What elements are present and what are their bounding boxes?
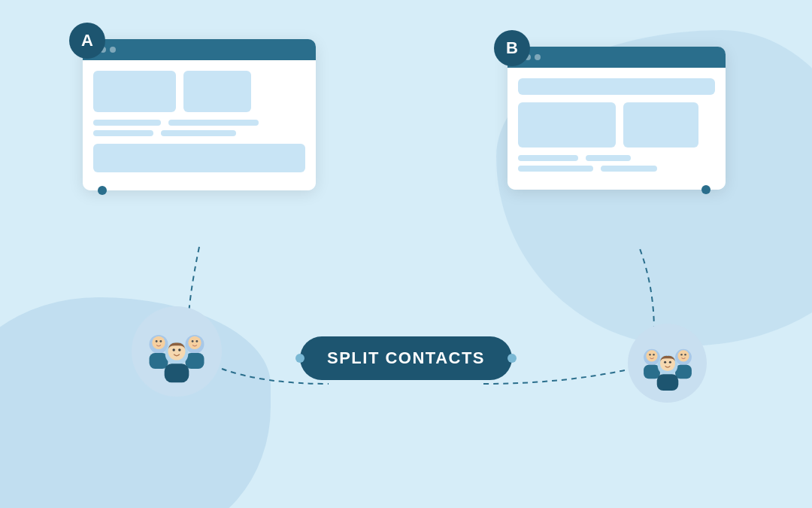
svg-rect-6 (186, 353, 205, 369)
people-illustration-right (636, 332, 699, 395)
titlebar-dot-b-3 (535, 54, 541, 60)
block-b-top (518, 78, 715, 95)
split-contacts-label: SPLIT CONTACTS (327, 348, 485, 368)
line-a-3 (93, 130, 153, 136)
browser-window-a: A (83, 39, 316, 190)
svg-point-9 (195, 340, 198, 342)
titlebar-b (508, 47, 726, 68)
row-1 (93, 71, 305, 112)
browser-body-b (508, 68, 726, 190)
badge-a: A (69, 23, 105, 59)
line-a-1 (93, 120, 161, 126)
block-b-mid-right (623, 102, 698, 148)
svg-point-7 (188, 336, 201, 349)
svg-rect-1 (150, 353, 168, 369)
svg-point-29 (668, 360, 671, 363)
svg-point-18 (649, 353, 651, 355)
line-b-2 (586, 155, 631, 161)
svg-point-8 (192, 340, 194, 342)
people-illustration-left (141, 315, 213, 388)
svg-point-13 (172, 348, 174, 351)
line-b-3 (518, 166, 593, 172)
titlebar-dot-3 (110, 47, 116, 53)
badge-b: B (494, 30, 530, 66)
titlebar-a (83, 39, 316, 60)
connector-dot-a (98, 186, 107, 195)
line-a-2 (168, 120, 259, 126)
svg-point-14 (178, 348, 180, 351)
row-b-2 (518, 102, 715, 148)
split-contacts-pill: SPLIT CONTACTS (300, 336, 512, 380)
block-b-mid-left (518, 102, 616, 148)
row-2 (93, 120, 305, 136)
svg-point-17 (646, 350, 657, 361)
line-b-1 (518, 155, 578, 161)
block-a-top-left (93, 71, 176, 112)
pill-dot-right (508, 354, 517, 363)
browser-body-a (83, 60, 316, 190)
line-a-4 (161, 130, 236, 136)
block-a-top-right (183, 71, 251, 112)
connector-dot-b (701, 185, 710, 194)
svg-point-22 (677, 350, 689, 361)
svg-rect-16 (644, 364, 660, 378)
people-group-right (628, 324, 707, 403)
svg-point-2 (152, 336, 165, 349)
svg-rect-11 (165, 364, 189, 382)
svg-point-19 (653, 353, 655, 355)
svg-point-4 (159, 340, 162, 342)
svg-point-24 (684, 353, 686, 355)
svg-point-23 (680, 353, 683, 355)
row-3 (93, 144, 305, 172)
row-b-3 (518, 155, 715, 172)
main-content: A (0, 0, 812, 508)
browser-window-b: B (508, 47, 726, 190)
row-b-1 (518, 78, 715, 95)
svg-point-3 (156, 340, 158, 342)
people-group-left (132, 306, 222, 397)
svg-rect-26 (656, 374, 678, 391)
line-b-4 (601, 166, 657, 172)
pill-dot-left (295, 354, 304, 363)
svg-point-28 (664, 360, 666, 363)
block-a-bottom (93, 144, 305, 172)
svg-rect-21 (675, 364, 692, 378)
